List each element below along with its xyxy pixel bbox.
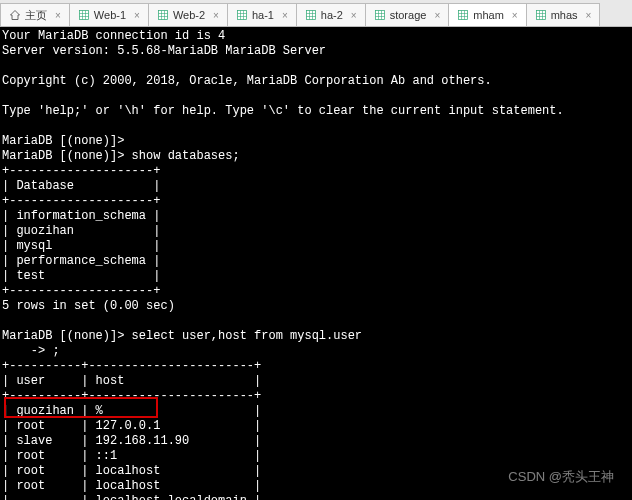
- close-icon[interactable]: ×: [586, 10, 592, 21]
- close-icon[interactable]: ×: [134, 10, 140, 21]
- svg-rect-4: [375, 11, 384, 20]
- sheet-icon: [374, 9, 386, 21]
- sheet-icon: [78, 9, 90, 21]
- tab-storage[interactable]: storage×: [365, 3, 450, 26]
- svg-rect-5: [459, 11, 468, 20]
- svg-rect-0: [79, 11, 88, 20]
- close-icon[interactable]: ×: [512, 10, 518, 21]
- close-icon[interactable]: ×: [282, 10, 288, 21]
- watermark-text: CSDN @秃头王神: [508, 468, 614, 486]
- tab-mhas[interactable]: mhas×: [526, 3, 601, 26]
- tab-web-2[interactable]: Web-2×: [148, 3, 228, 26]
- tab-label: ha-2: [321, 9, 343, 21]
- svg-rect-3: [306, 11, 315, 20]
- app-window: 主页×Web-1×Web-2×ha-1×ha-2×storage×mham×mh…: [0, 0, 632, 500]
- close-icon[interactable]: ×: [434, 10, 440, 21]
- sheet-icon: [157, 9, 169, 21]
- tab-label: 主页: [25, 8, 47, 23]
- terminal-output[interactable]: Your MariaDB connection id is 4 Server v…: [0, 27, 632, 500]
- tab-label: Web-2: [173, 9, 205, 21]
- svg-rect-2: [237, 11, 246, 20]
- tab-ha-2[interactable]: ha-2×: [296, 3, 366, 26]
- tab-ha-1[interactable]: ha-1×: [227, 3, 297, 26]
- svg-rect-1: [158, 11, 167, 20]
- tab-主页[interactable]: 主页×: [0, 3, 70, 26]
- highlight-box: [4, 397, 158, 418]
- sheet-icon: [236, 9, 248, 21]
- tab-mham[interactable]: mham×: [448, 3, 526, 26]
- tab-label: ha-1: [252, 9, 274, 21]
- close-icon[interactable]: ×: [213, 10, 219, 21]
- tab-web-1[interactable]: Web-1×: [69, 3, 149, 26]
- tab-label: Web-1: [94, 9, 126, 21]
- home-icon: [9, 9, 21, 21]
- close-icon[interactable]: ×: [55, 10, 61, 21]
- tab-label: storage: [390, 9, 427, 21]
- sheet-icon: [535, 9, 547, 21]
- sheet-icon: [305, 9, 317, 21]
- sheet-icon: [457, 9, 469, 21]
- close-icon[interactable]: ×: [351, 10, 357, 21]
- tab-label: mham: [473, 9, 504, 21]
- tab-label: mhas: [551, 9, 578, 21]
- svg-rect-6: [536, 11, 545, 20]
- tab-bar: 主页×Web-1×Web-2×ha-1×ha-2×storage×mham×mh…: [0, 0, 632, 27]
